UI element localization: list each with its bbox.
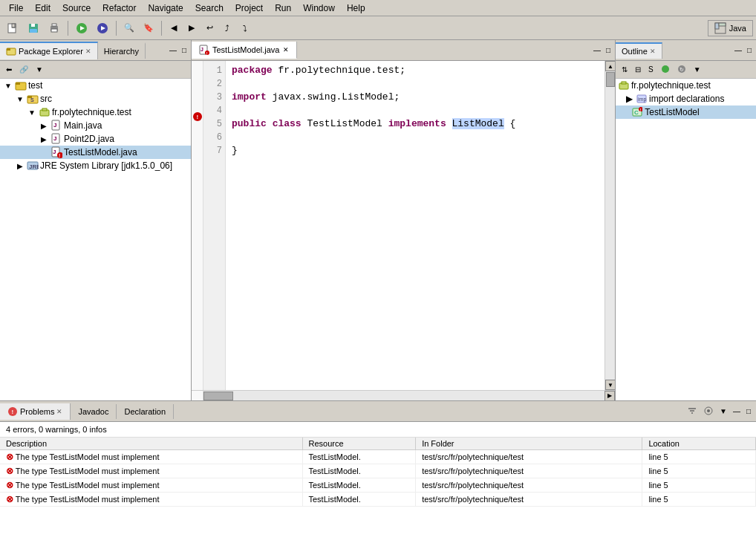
problem-row-4[interactable]: ⊗ The type TestListModel must implement … <box>0 493 756 507</box>
tree-item-src[interactable]: ▼ S src <box>0 92 191 105</box>
outline-hide-nonpublic[interactable] <box>658 63 673 77</box>
outline-menu[interactable]: ▼ <box>691 64 704 75</box>
tab-declaration[interactable]: Declaration <box>117 404 174 419</box>
menu-run[interactable]: Run <box>269 1 297 15</box>
tree-arrow-point2d[interactable]: ▶ <box>39 135 49 143</box>
tree-label-jre: JRE System Library [jdk1.5.0_06] <box>40 160 172 171</box>
panel-minimize[interactable]: — <box>167 45 179 55</box>
search-button[interactable]: 🔍 <box>120 19 138 37</box>
svg-text:!: ! <box>12 409 14 415</box>
package-explorer-close[interactable]: ✕ <box>85 48 91 55</box>
col-description[interactable]: Description <box>0 438 302 450</box>
nav-back[interactable]: ◀ <box>166 19 182 37</box>
menu-project[interactable]: Project <box>229 1 269 15</box>
tab-problems[interactable]: ! Problems ✕ <box>0 403 71 420</box>
outline-item-package[interactable]: fr.polytechnique.test <box>616 79 756 92</box>
tree-item-point2d[interactable]: ▶ J Point2D.java <box>0 132 191 146</box>
tree-arrow-jre[interactable]: ▶ <box>15 162 25 170</box>
problem-row-1[interactable]: ⊗ The type TestListModel must implement … <box>0 450 756 464</box>
problems-dropdown[interactable]: ▼ <box>717 406 729 416</box>
bottom-panel: ! Problems ✕ Javadoc Declaration ▼ — □ <box>0 400 756 549</box>
editor-minimize[interactable]: — <box>591 45 603 55</box>
tree-arrow-src[interactable]: ▼ <box>15 95 25 103</box>
editor-tab-label: TestListModel.java <box>212 45 280 54</box>
col-resource[interactable]: Resource <box>302 438 416 450</box>
print-button[interactable] <box>45 19 64 37</box>
editor-hscrollbar[interactable] <box>203 391 605 401</box>
perspective-java[interactable]: Java <box>708 20 753 36</box>
menu-search[interactable]: Search <box>189 1 229 15</box>
outline-class-label: TestListModel <box>645 107 699 117</box>
problems-maximize[interactable]: □ <box>744 406 753 416</box>
outline-sort[interactable]: ⇅ <box>619 64 630 75</box>
tab-outline[interactable]: Outline ✕ <box>616 42 662 59</box>
nav-last-edit[interactable]: ↩ <box>201 19 218 37</box>
editor-vscrollbar[interactable]: ▲ ▼ <box>605 61 615 390</box>
tree-arrow-test[interactable]: ▼ <box>3 82 13 90</box>
outline-item-class[interactable]: C! TestListModel <box>616 105 756 119</box>
tree-label-test: test <box>28 80 42 91</box>
problems-close[interactable]: ✕ <box>56 408 62 415</box>
tree-item-test[interactable]: ▼ test <box>0 79 191 92</box>
svg-text:JRE: JRE <box>29 163 39 170</box>
outline-hide-fields[interactable]: ⊟ <box>632 64 644 75</box>
editor-tab-close[interactable]: ✕ <box>283 46 289 53</box>
tree-label-testlistmodel: TestListModel.java <box>64 147 137 157</box>
problems-summary: 4 errors, 0 warnings, 0 infos <box>0 422 756 438</box>
tab-hierarchy[interactable]: Hierarchy <box>98 42 146 59</box>
tree-arrow-testlistmodel[interactable] <box>39 149 49 157</box>
scrollbar-thumb[interactable] <box>606 72 615 87</box>
code-editor[interactable]: package fr.polytechnique.test; import ja… <box>226 61 605 390</box>
scrollbar-down[interactable]: ▼ <box>605 380 615 390</box>
editor-maximize[interactable]: □ <box>604 45 613 55</box>
outline-close[interactable]: ✕ <box>650 48 656 55</box>
problems-settings[interactable] <box>701 405 716 418</box>
error-icon-3: ⊗ <box>6 480 13 490</box>
outline-minimize[interactable]: — <box>732 45 744 55</box>
menu-navigate[interactable]: Navigate <box>142 1 189 15</box>
tree-item-testlistmodel[interactable]: J! TestListModel.java <box>0 146 191 159</box>
menu-refactor[interactable]: Refactor <box>97 1 142 15</box>
tree-item-main-java[interactable]: ▶ J Main.java <box>0 119 191 132</box>
outline-maximize[interactable]: □ <box>745 45 754 55</box>
panel-maximize[interactable]: □ <box>180 45 189 55</box>
tab-javadoc[interactable]: Javadoc <box>71 404 117 419</box>
hscroll-right[interactable]: ▶ <box>605 391 615 401</box>
problems-filter[interactable] <box>685 405 700 418</box>
save-button[interactable] <box>24 19 43 37</box>
nav-forward[interactable]: ▶ <box>183 19 200 37</box>
menu-source[interactable]: Source <box>56 1 97 15</box>
problems-minimize[interactable]: — <box>731 406 743 416</box>
nav-prev-anno[interactable]: ⤵ <box>237 19 253 37</box>
menu-help[interactable]: Help <box>341 1 371 15</box>
collapse-all-btn[interactable]: ⬅ <box>3 64 15 75</box>
outline-hide-static[interactable]: S <box>645 64 656 75</box>
bookmark-button[interactable]: 🔖 <box>140 19 157 37</box>
col-folder[interactable]: In Folder <box>416 438 642 450</box>
bottom-toolbar: ▼ — □ <box>682 405 756 418</box>
outline-sync[interactable]: ↻ <box>674 63 689 77</box>
tree-item-package[interactable]: ▼ fr.polytechnique.test <box>0 105 191 119</box>
tree-item-jre[interactable]: ▶ JRE JRE System Library [jdk1.5.0_06] <box>0 159 191 172</box>
tree-arrow-package[interactable]: ▼ <box>27 108 37 117</box>
view-menu-btn[interactable]: ▼ <box>33 64 46 75</box>
link-with-editor-btn[interactable]: 🔗 <box>16 64 31 75</box>
problem-row-3[interactable]: ⊗ The type TestListModel must implement … <box>0 478 756 493</box>
outline-controls: — □ <box>730 45 756 55</box>
menu-edit[interactable]: Edit <box>29 1 56 15</box>
new-button[interactable] <box>3 19 22 37</box>
editor-tab-testlistmodel[interactable]: J! TestListModel.java ✕ <box>192 42 297 59</box>
outline-item-imports[interactable]: ▶ imp import declarations <box>616 92 756 105</box>
svg-rect-5 <box>31 24 35 27</box>
run-button[interactable] <box>72 19 91 37</box>
menu-window[interactable]: Window <box>297 1 341 15</box>
col-location[interactable]: Location <box>642 438 756 450</box>
problem-row-2[interactable]: ⊗ The type TestListModel must implement … <box>0 464 756 478</box>
tab-package-explorer[interactable]: Package Explorer ✕ <box>0 42 98 59</box>
debug-button[interactable] <box>93 19 112 37</box>
tree-arrow-main[interactable]: ▶ <box>39 122 49 130</box>
scrollbar-up[interactable]: ▲ <box>605 61 615 71</box>
menu-file[interactable]: File <box>3 1 29 15</box>
nav-next-anno[interactable]: ⤴ <box>219 19 235 37</box>
hscrollbar-thumb[interactable] <box>203 392 233 400</box>
